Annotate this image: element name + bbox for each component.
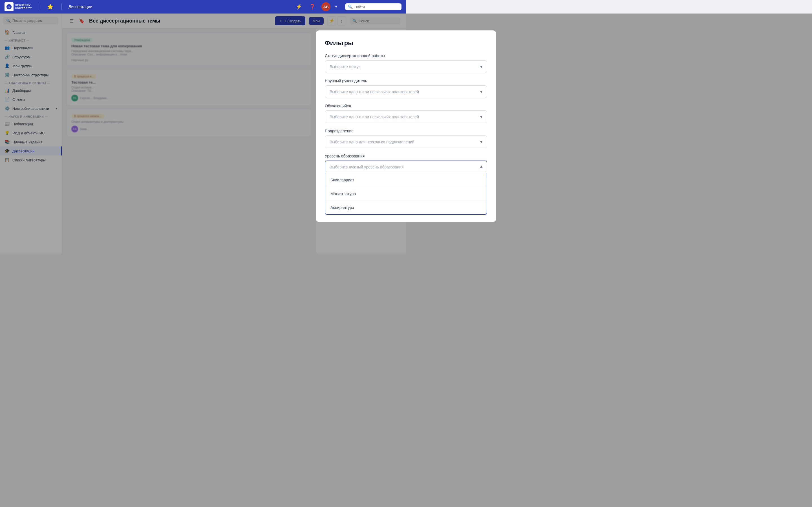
filters-modal: Фильтры Статус диссертационной работы Вы… [316,31,406,222]
top-navigation: S SECHENOV UNIVERSITY ⭐ Диссертации ⚡ ❓ … [0,0,406,13]
status-field: Статус диссертационной работы Выберите с… [325,54,406,73]
student-select[interactable]: Выберите одного или нескольких пользоват… [325,110,406,123]
top-search-input[interactable] [354,5,394,9]
bookmark-icon[interactable]: ⭐ [46,2,55,11]
department-placeholder: Выберите одно или несколько подразделени… [329,140,406,144]
filter-icon[interactable]: ⚡ [294,2,303,11]
education-level-dropdown: Бакалавриат Магистратура Аспирантура [325,173,406,215]
education-level-placeholder: Выберите нужный уровень образования [329,165,403,169]
page-nav-title: Диссертации [68,4,92,9]
help-icon[interactable]: ❓ [308,2,317,11]
search-icon: 🔍 [348,4,353,9]
top-search[interactable]: 🔍 [345,3,402,10]
student-label: Обучающийся [325,104,406,108]
education-level-field: Уровень образования Выберите нужный уров… [325,154,406,215]
student-placeholder: Выберите одного или нескольких пользоват… [329,115,406,119]
status-placeholder: Выберите статус [329,64,361,69]
student-field: Обучающийся Выберите одного или нескольк… [325,104,406,123]
modal-title: Фильтры [325,40,406,47]
education-level-select[interactable]: Выберите нужный уровень образования ▾ [325,161,406,173]
logo: S SECHENOV UNIVERSITY [4,2,32,11]
advisor-label: Научный руководитель [325,78,406,83]
option-bachelor[interactable]: Бакалавриат [325,173,406,187]
option-postgrad[interactable]: Аспирантура [325,201,406,214]
department-select[interactable]: Выберите одно или несколько подразделени… [325,135,406,148]
nav-divider [39,3,39,10]
department-field: Подразделение Выберите одно или нескольк… [325,129,406,148]
logo-text: SECHENOV UNIVERSITY [15,4,32,10]
education-level-label: Уровень образования [325,154,406,158]
education-level-select-container: Выберите нужный уровень образования ▾ Ба… [325,161,406,215]
nav-divider-2 [61,3,62,10]
modal-overlay[interactable]: Фильтры Статус диссертационной работы Вы… [0,13,406,253]
status-select[interactable]: Выберите статус ▾ [325,60,406,73]
advisor-field: Научный руководитель Выберите одного или… [325,78,406,98]
logo-icon: S [4,2,13,11]
avatar-chevron-icon[interactable]: ▾ [332,2,341,11]
department-label: Подразделение [325,129,406,133]
status-label: Статус диссертационной работы [325,54,406,58]
option-master[interactable]: Магистратура [325,187,406,201]
svg-text:S: S [8,6,10,8]
user-avatar[interactable]: АВ [321,2,331,11]
advisor-select[interactable]: Выберите одного или нескольких пользоват… [325,86,406,98]
advisor-placeholder: Выберите одного или нескольких пользоват… [329,90,406,94]
